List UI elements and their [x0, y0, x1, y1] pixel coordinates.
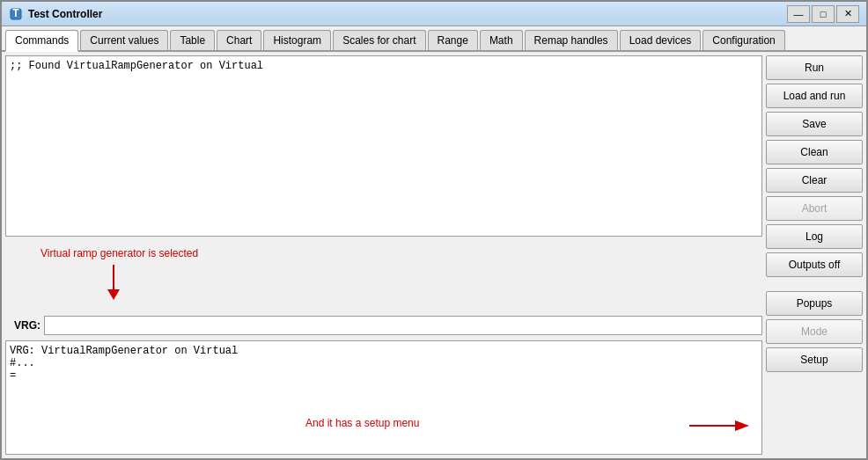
tab-load-devices[interactable]: Load devices	[620, 30, 702, 50]
output-area: VRG: VirtualRampGenerator on Virtual #..…	[5, 340, 762, 455]
output-text: VRG: VirtualRampGenerator on Virtual #..…	[10, 345, 758, 382]
log-button[interactable]: Log	[766, 224, 863, 249]
window-controls: — □ ✕	[787, 5, 859, 23]
maximize-button[interactable]: □	[812, 5, 835, 23]
title-bar: T Test Controller — □ ✕	[2, 2, 866, 26]
svg-marker-5	[735, 420, 749, 431]
app-icon: T	[9, 7, 23, 21]
popups-button[interactable]: Popups	[766, 291, 863, 316]
svg-text:T: T	[12, 8, 19, 19]
content-area: ;; Found VirtualRampGenerator on Virtual…	[2, 52, 866, 458]
window-title: Test Controller	[28, 8, 787, 20]
setup-button[interactable]: Setup	[766, 347, 863, 372]
abort-button[interactable]: Abort	[766, 196, 863, 221]
tab-scales-for-chart[interactable]: Scales for chart	[333, 30, 425, 50]
close-button[interactable]: ✕	[836, 5, 859, 23]
tab-chart[interactable]: Chart	[217, 30, 261, 50]
load-and-run-button[interactable]: Load and run	[766, 84, 863, 108]
tab-histogram[interactable]: Histogram	[263, 30, 331, 50]
sidebar-spacer	[766, 281, 863, 288]
svg-marker-3	[107, 289, 120, 300]
run-button[interactable]: Run	[766, 55, 863, 80]
script-editor[interactable]: ;; Found VirtualRampGenerator on Virtual	[5, 55, 762, 237]
arrow-down-icon	[105, 265, 122, 300]
tab-remap-handles[interactable]: Remap handles	[525, 30, 618, 50]
clean-button[interactable]: Clean	[766, 140, 863, 164]
clear-button[interactable]: Clear	[766, 168, 863, 193]
arrow-right-icon	[689, 417, 751, 434]
tab-configuration[interactable]: Configuration	[702, 30, 784, 50]
minimize-button[interactable]: —	[787, 5, 810, 23]
tab-table[interactable]: Table	[170, 30, 215, 50]
annotation1-text: Virtual ramp generator is selected	[40, 247, 198, 259]
script-content: ;; Found VirtualRampGenerator on Virtual	[10, 60, 758, 72]
tab-commands[interactable]: Commands	[5, 30, 78, 52]
tab-math[interactable]: Math	[480, 30, 523, 50]
mode-button[interactable]: Mode	[766, 319, 863, 344]
vrg-input[interactable]	[44, 316, 762, 335]
vrg-row: VRG:	[5, 314, 762, 337]
main-window: T Test Controller — □ ✕ Commands Current…	[0, 0, 868, 460]
annotation-area: Virtual ramp generator is selected	[5, 240, 762, 310]
outputs-off-button[interactable]: Outputs off	[766, 252, 863, 277]
sidebar: Run Load and run Save Clean Clear Abort …	[766, 55, 863, 455]
main-panel: ;; Found VirtualRampGenerator on Virtual…	[5, 55, 762, 455]
vrg-label: VRG:	[5, 319, 40, 332]
tab-current-values[interactable]: Current values	[80, 30, 168, 50]
annotation2-text: And it has a setup menu	[305, 417, 419, 429]
tab-bar: Commands Current values Table Chart Hist…	[2, 26, 866, 52]
tab-range[interactable]: Range	[428, 30, 478, 50]
save-button[interactable]: Save	[766, 112, 863, 136]
